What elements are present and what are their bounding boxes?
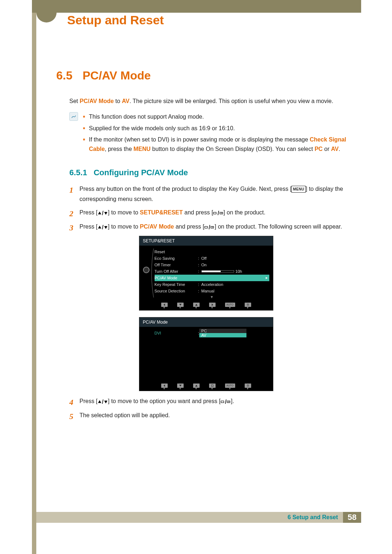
osd-key-guide: ▾▾▾▾AUTO▾▾: [139, 300, 273, 310]
osd-key-enter: ▾: [209, 383, 216, 390]
svg-rect-2: [213, 212, 216, 214]
note-text: .: [339, 146, 340, 152]
scroll-down-icon: ▼: [155, 295, 269, 299]
step-text: ] to move to: [108, 223, 140, 230]
footer-chapter: 6 Setup and Reset: [287, 514, 343, 521]
osd-option: AV: [199, 333, 246, 337]
step-text: ] on the product.: [224, 209, 266, 216]
step-text: Press any button on the front of the pro…: [79, 186, 291, 192]
source-enter-icon: /: [213, 208, 223, 218]
osd-key-down: ▾: [177, 383, 184, 390]
intro-text: to: [114, 98, 122, 104]
step-target: SETUP&RESET: [140, 209, 183, 216]
step-number: 3: [69, 221, 73, 234]
intro-keyword: PC/AV Mode: [79, 98, 114, 104]
step-text: and press [: [183, 209, 213, 216]
chapter-number-badge: [36, 2, 57, 22]
osd-key-down: ▾: [177, 303, 184, 309]
step: 1 Press any button on the front of the p…: [69, 184, 356, 204]
section-heading: 6.5 PC/AV Mode: [56, 69, 356, 82]
osd-key-guide: ▾▾▾▾AUTO▾▾: [139, 381, 273, 391]
note-item: This function does not support Analog mo…: [83, 112, 356, 122]
page-footer: 6 Setup and Reset 58: [36, 512, 361, 523]
step-number: 5: [69, 410, 73, 423]
osd-key-up: ▾: [193, 383, 200, 390]
step-text: Press [: [79, 223, 98, 230]
step-number: 4: [69, 395, 73, 409]
step: 5 The selected option will be applied.: [69, 410, 356, 420]
note-text: button to display the On Screen Display …: [151, 146, 315, 152]
svg-marker-14: [163, 384, 165, 386]
svg-rect-17: [211, 385, 213, 386]
left-margin-bar-top: [32, 0, 36, 13]
osd-title: PC/AV Mode: [139, 317, 273, 327]
osd-menu-row: Reset: [155, 249, 269, 255]
svg-marker-1: [104, 212, 107, 215]
step-text: and press [: [174, 223, 204, 230]
osd-key-up: ▾: [193, 303, 200, 309]
page-number: 58: [343, 512, 361, 523]
intro-text: . The picture size will be enlarged. Thi…: [130, 98, 333, 104]
source-enter-icon: /: [221, 397, 231, 407]
osd-key-back: ▾: [161, 383, 168, 390]
steps-list: 1 Press any button on the front of the p…: [69, 184, 356, 232]
intro-keyword: AV: [122, 98, 130, 104]
step-number: 1: [69, 183, 73, 197]
osd-menu-row: Turn Off After:10h: [155, 268, 269, 275]
up-down-icon: /: [98, 222, 108, 232]
source-enter-icon: /: [204, 222, 215, 232]
gear-icon: [143, 267, 150, 273]
intro-text: Set: [69, 98, 79, 104]
bracket-icon: [150, 249, 155, 297]
step-text: ].: [231, 398, 234, 404]
svg-marker-20: [98, 400, 101, 403]
svg-rect-22: [221, 401, 224, 403]
osd-body: ResetEco Saving:OffOff Timer:OnTurn Off …: [139, 246, 273, 300]
page-content: 6.5 PC/AV Mode Set PC/AV Mode to AV. The…: [56, 69, 356, 424]
note-item: Supplied for the wide models only such a…: [83, 124, 356, 133]
step: 2 Press [/] to move to SETUP&RESET and p…: [69, 208, 356, 218]
osd-title: SETUP&RESET: [139, 236, 273, 246]
subsection-title: Configuring PC/AV Mode: [94, 168, 188, 177]
note-icon: [69, 112, 78, 121]
note-list: This function does not support Analog mo…: [83, 112, 356, 156]
note-block: This function does not support Analog mo…: [69, 112, 356, 156]
section-number: 6.5: [56, 69, 72, 82]
osd-input-label: DVI: [155, 331, 198, 335]
note-text: or: [323, 146, 331, 152]
up-down-icon: /: [98, 397, 108, 407]
osd-key-back: ▾: [161, 303, 168, 309]
svg-marker-15: [179, 385, 181, 386]
osd-menu-row: PC/AV Mode▸: [155, 275, 269, 281]
section-title: PC/AV Mode: [82, 69, 151, 82]
osd-key-auto: AUTO▾: [225, 383, 235, 390]
note-keyword: MENU: [134, 146, 151, 152]
note-text: , press the: [105, 146, 134, 152]
osd-key-auto: AUTO▾: [225, 303, 235, 309]
svg-marker-21: [104, 401, 107, 403]
osd-pcav-mode: PC/AV Mode DVI : PCAV ▾▾▾▾AUTO▾▾: [139, 317, 273, 391]
step-text: ] on the product. The following screen w…: [215, 223, 342, 230]
osd-key-power: ▾: [245, 303, 251, 309]
menu-button-chip: MENU: [291, 186, 306, 193]
header-bar: [36, 0, 361, 13]
step-text: The selected option will be applied.: [79, 412, 170, 418]
note-text: If the monitor (when set to DVI) is in p…: [89, 136, 310, 143]
svg-marker-0: [98, 212, 101, 214]
svg-marker-9: [179, 304, 181, 306]
osd-menu-row: Key Repeat Time:Acceleration: [155, 281, 269, 288]
step-text: ] to move to: [108, 209, 140, 216]
section-intro: Set PC/AV Mode to AV. The picture size w…: [69, 97, 356, 106]
osd-screenshots: SETUP&RESET ResetEco Saving:OffOff Timer…: [139, 236, 273, 391]
up-down-icon: /: [98, 208, 108, 218]
svg-marker-5: [104, 226, 107, 229]
step-text: ] to move to the option you want and pre…: [108, 398, 220, 404]
step-text: Press [: [79, 209, 98, 216]
osd-menu-row: Eco Saving:Off: [155, 255, 269, 262]
svg-marker-10: [195, 304, 197, 306]
osd-key-right: ▾: [209, 303, 216, 309]
osd-menu-row: Off Timer:On: [155, 262, 269, 268]
osd-setup-reset: SETUP&RESET ResetEco Saving:OffOff Timer…: [139, 236, 273, 311]
step: 3 Press [/] to move to PC/AV Mode and pr…: [69, 222, 356, 232]
subsection-heading: 6.5.1 Configuring PC/AV Mode: [69, 168, 356, 177]
